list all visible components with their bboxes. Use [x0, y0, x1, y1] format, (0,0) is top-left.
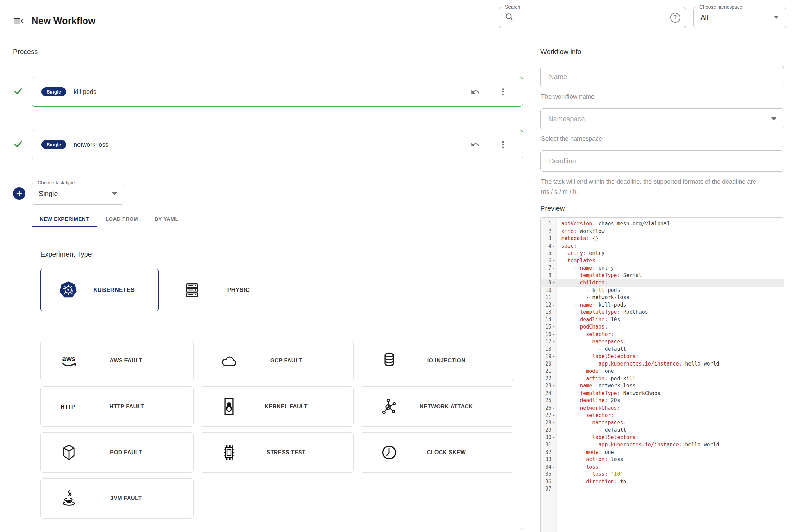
- fault-card-aws-fault[interactable]: awsAWS FAULT: [40, 341, 194, 381]
- cloud-icon: [220, 352, 238, 370]
- yaml-line: 5 entry: entry: [541, 250, 784, 257]
- task-type-value: Single: [39, 190, 112, 198]
- workflow-info-section: Workflow info The workflow name Namespac…: [540, 48, 784, 532]
- workflow-name-input[interactable]: [548, 73, 776, 81]
- yaml-line: 15▾ podChaos:: [541, 323, 784, 331]
- connector-line: [32, 109, 32, 128]
- experiment-type-label: KUBERNETES: [78, 287, 158, 294]
- menu-open-icon[interactable]: [12, 15, 24, 27]
- yaml-line: 33 action: loss: [541, 456, 784, 463]
- yaml-line: 4▾spec:: [541, 243, 784, 250]
- yaml-line: 2kind: Workflow: [541, 228, 784, 235]
- undo-icon: [471, 140, 480, 149]
- task-menu-button[interactable]: [497, 139, 509, 150]
- fault-label: AWS FAULT: [78, 358, 180, 364]
- undo-button[interactable]: [469, 86, 481, 98]
- task-row: Singlekill-pods: [13, 77, 523, 107]
- experiment-type-physic[interactable]: PHYSIC: [165, 269, 283, 311]
- namespace-filter-value: All: [700, 14, 774, 22]
- task-type-badge: Single: [41, 140, 66, 149]
- tab-by-yaml[interactable]: BY YAML: [146, 210, 187, 227]
- experiment-type-label: PHYSIC: [202, 287, 283, 294]
- search-input[interactable]: [517, 13, 667, 22]
- cpu-chip-icon: [220, 444, 238, 461]
- task-menu-button[interactable]: [497, 86, 509, 98]
- workflow-namespace-select[interactable]: Namespace: [540, 108, 784, 129]
- fault-card-http-fault[interactable]: HTTPHTTP FAULT: [40, 386, 194, 427]
- fault-grid: awsAWS FAULTGCP FAULTIO INJECTIONHTTPHTT…: [40, 341, 514, 519]
- task-name: network-loss: [74, 141, 469, 148]
- yaml-line: 14 deadline: 10s: [541, 316, 784, 324]
- yaml-line: 10 - kill-pods: [541, 287, 784, 294]
- undo-icon: [471, 87, 480, 97]
- yaml-line: 24 templateType: NetworkChaos: [541, 390, 784, 397]
- kubernetes-logo-icon: [59, 281, 78, 300]
- experiment-type-options: KUBERNETESPHYSIC: [40, 269, 514, 311]
- task-type-select[interactable]: Choose task type Single: [32, 183, 124, 205]
- yaml-line: 9▾ children:: [541, 279, 784, 287]
- task-card[interactable]: Singlenetwork-loss: [32, 130, 523, 159]
- namespace-filter-label: Choose namespace: [698, 4, 744, 10]
- search-icon: [505, 12, 514, 23]
- workflow-name-helper: The workflow name: [541, 91, 767, 102]
- fault-card-clock-skew[interactable]: CLOCK SKEW: [361, 432, 514, 473]
- experiment-type-kubernetes[interactable]: KUBERNETES: [40, 269, 159, 311]
- page-title: New Workflow: [32, 16, 95, 26]
- workflow-info-heading: Workflow info: [540, 48, 784, 56]
- fault-card-io-injection[interactable]: IO INJECTION: [361, 341, 514, 381]
- help-icon[interactable]: ?: [670, 13, 680, 23]
- fault-card-pod-fault[interactable]: POD FAULT: [40, 432, 194, 473]
- workflow-deadline-input[interactable]: [548, 157, 776, 165]
- add-task-row: Choose task type Single: [13, 183, 523, 205]
- fault-label: KERNEL FAULT: [238, 404, 340, 410]
- tab-load-from[interactable]: LOAD FROM: [97, 210, 146, 227]
- task-row: Singlenetwork-loss: [13, 130, 523, 159]
- workflow-name-field: [540, 66, 784, 87]
- undo-button[interactable]: [469, 139, 481, 151]
- task-card[interactable]: Singlekill-pods: [32, 77, 523, 107]
- server-stack-icon: [183, 281, 202, 299]
- yaml-line: 16▾ selector:: [541, 331, 784, 338]
- task-name: kill-pods: [74, 88, 469, 96]
- yaml-editor[interactable]: 1apiVersion: chaos-mesh.org/v1alpha12kin…: [540, 217, 784, 532]
- search-field[interactable]: Search ?: [499, 7, 686, 28]
- add-task-button[interactable]: [13, 187, 25, 200]
- fault-card-gcp-fault[interactable]: GCP FAULT: [201, 341, 354, 381]
- yaml-line: 3metadata: {}: [541, 235, 784, 243]
- yaml-line: 30▾ labelSelectors:: [541, 434, 784, 442]
- connector-line: [32, 161, 32, 181]
- yaml-line: 31 app.kubernetes.io/instance: hello-wor…: [541, 441, 784, 449]
- aws-logo-icon: aws: [60, 352, 78, 370]
- workflow-deadline-helper: The task will end within the deadline. t…: [541, 176, 767, 197]
- workflow-deadline-field: [540, 150, 784, 172]
- fault-label: POD FAULT: [78, 449, 180, 456]
- cube-icon: [60, 444, 78, 461]
- new-workflow-page: New Workflow Search ? Choose namespace A…: [0, 0, 803, 532]
- yaml-line: 34▾ loss:: [541, 463, 784, 471]
- task-type-badge: Single: [41, 87, 66, 96]
- fault-card-stress-test[interactable]: STRESS TEST: [201, 432, 354, 473]
- check-icon: [13, 86, 23, 98]
- svg-text:aws: aws: [62, 355, 76, 362]
- namespace-filter-select[interactable]: Choose namespace All: [693, 7, 786, 28]
- check-icon: [13, 139, 23, 150]
- process-heading: Process: [13, 48, 523, 56]
- yaml-line: 26▾ networkChaos:: [541, 405, 784, 412]
- task-list: Singlekill-podsSinglenetwork-loss: [13, 77, 523, 181]
- new-experiment-panel: Experiment Type KUBERNETESPHYSIC awsAWS …: [32, 238, 523, 530]
- fault-card-jvm-fault[interactable]: JVM FAULT: [40, 478, 194, 519]
- yaml-line: 11 - network-loss: [541, 294, 784, 301]
- yaml-line: 20 app.kubernetes.io/instance: hello-wor…: [541, 360, 784, 368]
- chevron-down-icon: [112, 192, 117, 195]
- yaml-line: 8 templateType: Serial: [541, 272, 784, 280]
- tab-new-experiment[interactable]: NEW EXPERIMENT: [32, 210, 97, 227]
- fault-card-kernel-fault[interactable]: KERNEL FAULT: [201, 386, 354, 427]
- yaml-line: 1apiVersion: chaos-mesh.org/v1alpha1: [541, 220, 784, 228]
- clock-icon: [380, 444, 398, 461]
- linux-penguin-icon: [220, 398, 238, 416]
- fault-card-network-attack[interactable]: NETWORK ATTACK: [361, 386, 514, 427]
- svg-text:HTTP: HTTP: [61, 404, 75, 410]
- yaml-line: 32 mode: one: [541, 449, 784, 456]
- process-section: Process Singlekill-podsSinglenetwork-los…: [13, 48, 523, 530]
- fault-label: HTTP FAULT: [79, 404, 180, 410]
